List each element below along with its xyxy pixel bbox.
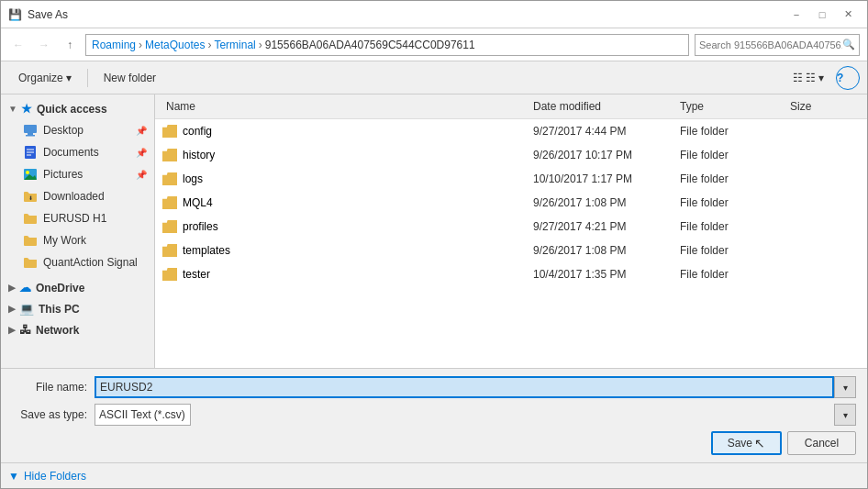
breadcrumb-current: 915566BA06ADA407569C544CC0D97611 [265,39,475,51]
col-header-date[interactable]: Date modified [529,98,676,115]
svg-rect-2 [26,135,35,137]
filename-dropdown-arrow[interactable]: ▾ [834,376,856,398]
mywork-folder-icon [23,233,38,248]
window-title: Save As [28,8,68,21]
table-row[interactable]: MQL4 9/26/2017 1:08 PM File folder [155,191,867,215]
col-header-type[interactable]: Type [676,98,786,115]
filename-input[interactable] [95,376,834,398]
table-row[interactable]: config 9/27/2017 4:44 PM File folder [155,119,867,143]
filetype-dropdown-arrow: ▾ [834,404,856,426]
breadcrumb-metaquotes[interactable]: MetaQuotes [145,39,205,51]
search-input[interactable] [699,39,842,50]
organize-chevron-icon: ▾ [66,72,72,84]
pictures-pin-icon: 📌 [136,170,147,180]
filetype-select[interactable]: ASCII Text (*.csv) [95,404,191,426]
file-list: Name Date modified Type Size config 9/27… [155,94,867,368]
view-options-button[interactable]: ☷ ☷ ▾ [783,66,834,90]
desktop-icon [23,123,38,138]
column-headers: Name Date modified Type Size [155,94,867,119]
close-button[interactable]: ✕ [836,5,860,25]
save-as-dialog: 💾 Save As − □ ✕ ← → ↑ Roaming › MetaQuot… [0,0,868,489]
folder-icon [162,172,177,185]
help-button[interactable]: ? [836,66,860,90]
svg-rect-0 [24,125,37,133]
filetype-row: Save as type: ASCII Text (*.csv) ▾ [12,404,856,426]
downloaded-icon: ⬇ [23,189,38,204]
svg-rect-1 [28,133,33,135]
new-folder-button[interactable]: New folder [94,66,166,90]
hide-folders-chevron-icon: ▼ [8,470,19,483]
folder-icon [162,125,177,138]
view-chevron-icon: ▾ [818,72,824,84]
toolbar: Organize ▾ New folder ☷ ☷ ▾ ? [1,61,867,94]
cancel-button[interactable]: Cancel [787,431,856,455]
action-row: Save ↖ Cancel [12,431,856,455]
sidebar-item-desktop[interactable]: Desktop 📌 [1,119,154,141]
onedrive-cloud-icon: ☁ [19,281,31,295]
folder-icon [162,268,177,281]
quick-access-chevron-icon: ▼ [8,104,17,114]
thispc-chevron-icon: ▶ [8,304,16,314]
sidebar-section-thispc[interactable]: ▶ 💻 This PC [1,298,154,319]
sidebar-section-onedrive[interactable]: ▶ ☁ OneDrive [1,277,154,298]
table-row[interactable]: profiles 9/27/2017 4:21 PM File folder [155,215,867,239]
sidebar-section-quick-access[interactable]: ▼ ★ Quick access [1,98,154,119]
title-bar: 💾 Save As − □ ✕ [1,1,867,28]
folder-icon [162,149,177,161]
network-icon: 🖧 [19,323,31,337]
col-header-size[interactable]: Size [786,98,860,115]
quant-folder-icon [23,255,38,270]
address-bar: ← → ↑ Roaming › MetaQuotes › Terminal › … [1,28,867,61]
table-row[interactable]: tester 10/4/2017 1:35 PM File folder [155,262,867,286]
quick-access-star-icon: ★ [21,102,32,116]
main-content: ▼ ★ Quick access Desktop 📌 Documents 📌 [1,94,867,368]
sidebar-item-mywork[interactable]: My Work [1,229,154,251]
sidebar-item-pictures[interactable]: Pictures 📌 [1,163,154,185]
forward-button[interactable]: → [34,35,54,55]
desktop-pin-icon: 📌 [136,126,147,136]
svg-point-8 [26,171,29,174]
filename-row: File name: ▾ [12,376,856,398]
filetype-label: Save as type: [12,408,95,421]
table-row[interactable]: logs 10/10/2017 1:17 PM File folder [155,167,867,191]
toolbar-separator [87,69,88,87]
table-row[interactable]: history 9/26/2017 10:17 PM File folder [155,143,867,167]
pictures-icon [23,167,38,182]
folder-icon [162,220,177,233]
eurusd-folder-icon [23,211,38,226]
cursor-icon: ↖ [754,436,765,450]
breadcrumb-roaming[interactable]: Roaming [92,39,136,51]
breadcrumb-bar[interactable]: Roaming › MetaQuotes › Terminal › 915566… [85,34,689,56]
col-header-name[interactable]: Name [162,98,529,115]
documents-icon [23,145,38,160]
window-icon: 💾 [8,8,22,21]
filename-label: File name: [12,381,95,394]
folder-icon [162,244,177,257]
thispc-icon: 💻 [19,302,34,316]
onedrive-chevron-icon: ▶ [8,283,16,293]
sidebar-item-eurusd[interactable]: EURUSD H1 [1,207,154,229]
svg-text:⬇: ⬇ [28,195,33,201]
up-button[interactable]: ↑ [60,35,80,55]
back-button[interactable]: ← [8,35,28,55]
network-chevron-icon: ▶ [8,325,16,335]
sidebar-item-documents[interactable]: Documents 📌 [1,141,154,163]
maximize-button[interactable]: □ [810,5,834,25]
search-box[interactable]: 🔍 [695,34,860,56]
sidebar: ▼ ★ Quick access Desktop 📌 Documents 📌 [1,94,155,368]
save-button[interactable]: Save ↖ [711,431,782,455]
folder-icon [162,196,177,209]
search-icon: 🔍 [842,39,855,50]
sidebar-item-quant[interactable]: QuantAction Signal [1,251,154,273]
minimize-button[interactable]: − [785,5,808,25]
table-row[interactable]: templates 9/26/2017 1:08 PM File folder [155,239,867,262]
organize-button[interactable]: Organize ▾ [8,66,82,90]
footer-bar: File name: ▾ Save as type: ASCII Text (*… [1,368,867,462]
sidebar-item-downloaded[interactable]: ⬇ Downloaded [1,185,154,207]
sidebar-section-network[interactable]: ▶ 🖧 Network [1,319,154,340]
documents-pin-icon: 📌 [136,148,147,158]
hide-folders-bar[interactable]: ▼ Hide Folders [1,462,867,488]
breadcrumb-terminal[interactable]: Terminal [214,39,255,51]
filetype-wrapper: ASCII Text (*.csv) ▾ [95,404,856,426]
